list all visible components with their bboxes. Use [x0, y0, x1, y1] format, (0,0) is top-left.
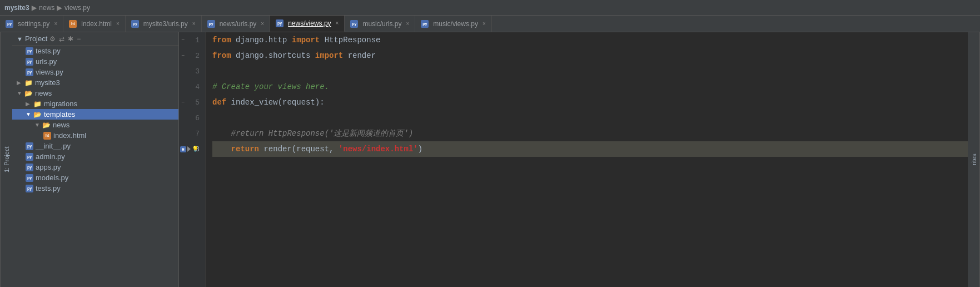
fold-arrow-5: − — [181, 100, 185, 106]
line-num-5: 5 − — [179, 95, 205, 110]
kw-import-1: import — [292, 36, 320, 44]
folder-icon-news-sub: 📂 — [42, 121, 51, 129]
tree-item-tests2[interactable]: py tests.py — [12, 183, 178, 194]
file-icon-urls: py — [26, 58, 33, 66]
tab-close-news-views[interactable]: × — [336, 20, 339, 26]
title-sep1: ▶ — [32, 2, 37, 13]
tree-label-views: views.py — [36, 68, 63, 76]
line-num-1: 1 − — [179, 32, 205, 48]
title-bar: mysite3 ▶ news ▶ views.py — [0, 0, 980, 16]
line-num-4: 4 — [179, 79, 205, 95]
tree-item-models[interactable]: py models.py — [12, 172, 178, 183]
code-line-8: return render(request, 'news/index.html'… — [212, 141, 968, 157]
tree-item-init[interactable]: py __init__.py — [12, 141, 178, 151]
tab-icon-settings: py — [6, 20, 13, 28]
sync-icon[interactable]: ⇄ — [59, 35, 64, 43]
tab-index-html[interactable]: ht index.html × — [63, 16, 126, 32]
arrow-news: ▼ — [17, 90, 24, 96]
line-num-7: 7 — [179, 126, 205, 141]
marker-arrow — [187, 146, 191, 152]
tree-label-tests: tests.py — [36, 47, 61, 55]
tab-close-mysite3-urls[interactable]: × — [192, 21, 196, 27]
line-num-6: 6 — [179, 110, 205, 126]
line-numbers: 1 − 2 − 3 4 5 − 6 — [179, 32, 206, 287]
tree-item-templates[interactable]: ▼ 📂 templates — [12, 109, 178, 120]
settings-icon[interactable]: ✱ — [68, 35, 73, 43]
file-icon-admin: py — [26, 153, 33, 161]
file-icon-apps: py — [26, 164, 33, 171]
tree-item-tests[interactable]: py tests.py — [12, 46, 178, 56]
code-area: 1 − 2 − 3 4 5 − 6 — [179, 32, 968, 287]
arrow-templates: ▼ — [26, 111, 33, 117]
tab-close-music-urls[interactable]: × — [406, 21, 409, 27]
tree-item-views[interactable]: py views.py — [12, 67, 178, 77]
file-icon-init: py — [26, 142, 33, 150]
tab-news-urls[interactable]: py news/urls.py × — [202, 16, 271, 32]
arrow-migrations: ▶ — [26, 101, 33, 107]
kw-def-5: def — [212, 98, 226, 107]
code-line-4: # Create your views here. — [212, 79, 968, 95]
tree-item-index-html[interactable]: ht index.html — [12, 130, 178, 141]
marker-bulb: 💡 — [192, 146, 198, 152]
tab-music-urls[interactable]: py music/urls.py × — [345, 16, 415, 32]
tab-label-news-views: news/views.py — [288, 19, 331, 27]
fold-arrow-2: − — [181, 53, 185, 59]
tab-icon-index-html: ht — [69, 20, 77, 28]
kw-from-1: from — [212, 36, 231, 44]
tab-label-mysite3-urls: mysite3/urls.py — [143, 20, 188, 28]
left-panel-label[interactable]: 1: Project — [0, 32, 12, 287]
title-folder: news — [39, 4, 54, 12]
code-text-8b: ) — [418, 145, 422, 154]
tab-close-music-views[interactable]: × — [482, 21, 486, 27]
tree-item-migrations[interactable]: ▶ 📁 migrations — [12, 98, 178, 109]
kw-from-2: from — [212, 51, 231, 60]
arrow-mysite3: ▶ — [17, 80, 24, 86]
tab-label-index-html: index.html — [81, 20, 112, 28]
file-icon-views: py — [26, 68, 33, 76]
tree-item-admin[interactable]: py admin.py — [12, 151, 178, 162]
minus-icon[interactable]: − — [77, 35, 81, 43]
tab-settings[interactable]: py settings.py × — [0, 16, 63, 32]
sidebar-header: ▼ Project ⚙ ⇄ ✱ − — [12, 32, 178, 46]
arrow-news-sub: ▼ — [34, 122, 42, 128]
right-panel-label[interactable]: rites — [968, 32, 980, 287]
tree-item-mysite3[interactable]: ▶ 📁 mysite3 — [12, 77, 178, 88]
tab-mysite3-urls[interactable]: py mysite3/urls.py × — [126, 16, 202, 32]
tree-item-news[interactable]: ▼ 📂 news — [12, 88, 178, 98]
tab-icon-news-urls: py — [207, 20, 215, 28]
tree-label-news: news — [35, 89, 52, 97]
cog-icon[interactable]: ⚙ — [49, 35, 56, 43]
folder-icon-templates: 📂 — [33, 111, 42, 118]
tree-label-models: models.py — [36, 174, 68, 182]
tree-item-apps[interactable]: py apps.py — [12, 162, 178, 172]
fold-arrow-1: − — [181, 37, 185, 43]
kw-import-2: import — [315, 51, 343, 60]
code-line-1: from django.http import HttpResponse — [212, 32, 968, 48]
code-line-6 — [212, 110, 968, 126]
tab-close-index-html[interactable]: × — [116, 21, 120, 27]
line-num-8: 8 H 💡 — [179, 141, 205, 157]
code-line-3 — [212, 63, 968, 79]
code-lines[interactable]: from django.http import HttpResponse fro… — [206, 32, 968, 287]
tree-label-apps: apps.py — [36, 163, 61, 171]
tree-item-urls[interactable]: py urls.py — [12, 56, 178, 67]
title-sep2: ▶ — [57, 2, 62, 13]
tree-item-news-sub[interactable]: ▼ 📂 news — [12, 120, 178, 130]
tab-label-news-urls: news/urls.py — [220, 20, 257, 28]
comment-7: #return HttpResponse('这是新闻频道的首页') — [212, 128, 413, 138]
tab-news-views[interactable]: py news/views.py × — [270, 16, 345, 32]
tab-close-settings[interactable]: × — [54, 21, 57, 27]
comment-4: # Create your views here. — [212, 82, 329, 91]
file-icon-tests: py — [26, 47, 33, 55]
string-8: 'news/index.html' — [339, 145, 418, 154]
tab-icon-news-views: py — [276, 19, 283, 27]
tab-close-news-urls[interactable]: × — [261, 21, 264, 27]
line-num-2: 2 − — [179, 48, 205, 63]
folder-icon-news: 📂 — [24, 90, 33, 97]
tab-music-views[interactable]: py music/views.py × — [415, 16, 492, 32]
code-indent-8 — [212, 145, 231, 154]
sidebar[interactable]: ▼ Project ⚙ ⇄ ✱ − py tests.py py urls.py… — [12, 32, 179, 287]
tab-label-music-urls: music/urls.py — [362, 20, 401, 28]
editor[interactable]: 1 − 2 − 3 4 5 − 6 — [179, 32, 968, 287]
tab-icon-mysite3-urls: py — [131, 20, 139, 28]
